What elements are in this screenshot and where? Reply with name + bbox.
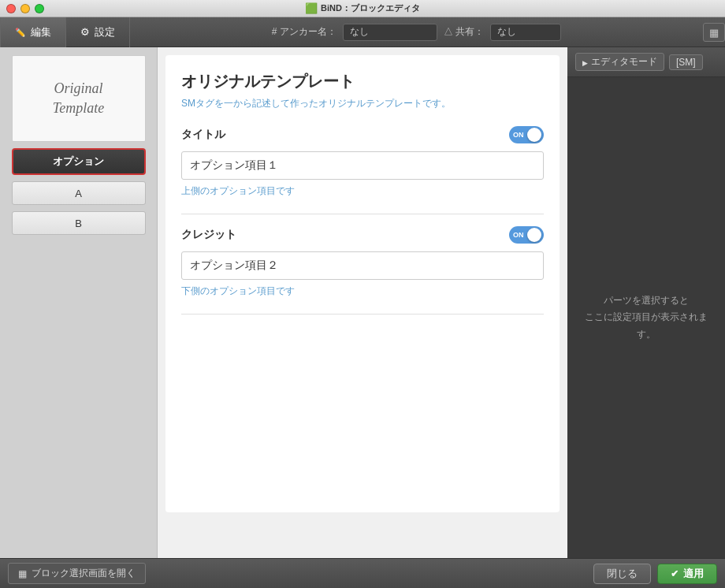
tab-b-button[interactable]: B (12, 211, 146, 235)
right-panel: エディタモード [SM] パーツを選択すると ここに設定項目が表示されます。 (567, 47, 725, 558)
anchor-label: # アンカー名： (272, 25, 336, 39)
title-bar: 🟩 BiND：ブロックエディタ (0, 0, 725, 17)
left-sidebar: Original Template オプション A B (0, 47, 158, 558)
option-button[interactable]: オプション (12, 148, 146, 175)
section2-header: クレジット (181, 226, 544, 244)
template-preview: Original Template (12, 55, 146, 142)
editor-mode-button[interactable]: エディタモード (575, 53, 664, 71)
panel-title: オリジナルテンプレート (181, 71, 544, 92)
app-icon: 🟩 (305, 2, 318, 14)
section1-hint: 上側のオプション項目です (181, 184, 544, 198)
section1-label: タイトル (181, 128, 225, 142)
section2-toggle[interactable] (509, 226, 544, 244)
toggle-knob-2 (527, 228, 541, 242)
panel-description: SMタグを一から記述して作ったオリジナルテンプレートです。 (181, 97, 544, 110)
section2-input[interactable] (181, 251, 544, 280)
section1-input[interactable] (181, 151, 544, 180)
toolbar: 編集 設定 # アンカー名： △ 共有： (0, 17, 725, 47)
check-icon (671, 568, 679, 579)
main-layout: Original Template オプション A B オリジナルテンプレート … (0, 47, 725, 558)
title-bar-text: 🟩 BiND：ブロックエディタ (305, 2, 420, 14)
share-input[interactable] (490, 24, 561, 41)
right-panel-toolbar: エディタモード [SM] (567, 47, 725, 77)
gear-icon (80, 26, 90, 38)
minimize-window-button[interactable] (20, 4, 30, 13)
anchor-input[interactable] (343, 24, 437, 41)
section1-header: タイトル (181, 126, 544, 143)
sm-button[interactable]: [SM] (669, 54, 703, 70)
window-controls (6, 4, 44, 13)
bottom-right-buttons: 閉じる 適用 (593, 564, 717, 584)
divider (181, 214, 544, 214)
toolbar-center: # アンカー名： △ 共有： (130, 24, 703, 41)
share-label: △ 共有： (444, 25, 484, 39)
settings-tab[interactable]: 設定 (66, 17, 130, 47)
edit-tab[interactable]: 編集 (0, 17, 66, 47)
grid-small-icon: ▦ (18, 568, 27, 579)
content-panel: オリジナルテンプレート SMタグを一から記述して作ったオリジナルテンプレートです… (165, 55, 560, 512)
toggle-knob (527, 128, 541, 142)
maximize-window-button[interactable] (35, 4, 44, 13)
section1-toggle[interactable] (509, 126, 544, 143)
grid-button[interactable] (703, 23, 725, 42)
right-panel-content: パーツを選択すると ここに設定項目が表示されます。 (567, 77, 725, 558)
close-window-button[interactable] (6, 4, 16, 13)
bottom-bar: ▦ ブロック選択画面を開く 閉じる 適用 (0, 558, 725, 588)
tab-a-button[interactable]: A (12, 181, 146, 205)
main-content: オリジナルテンプレート SMタグを一から記述して作ったオリジナルテンプレートです… (158, 47, 567, 558)
close-button[interactable]: 閉じる (593, 564, 651, 584)
divider-2 (181, 314, 544, 314)
template-preview-text: Original Template (53, 79, 104, 118)
section2-label: クレジット (181, 228, 236, 242)
edit-icon (15, 26, 26, 38)
grid-icon (709, 26, 719, 39)
right-panel-hint: パーツを選択すると ここに設定項目が表示されます。 (583, 292, 709, 344)
apply-button[interactable]: 適用 (657, 564, 717, 584)
block-select-button[interactable]: ▦ ブロック選択画面を開く (8, 563, 146, 584)
section2-hint: 下側のオプション項目です (181, 285, 544, 298)
play-icon (582, 57, 588, 68)
